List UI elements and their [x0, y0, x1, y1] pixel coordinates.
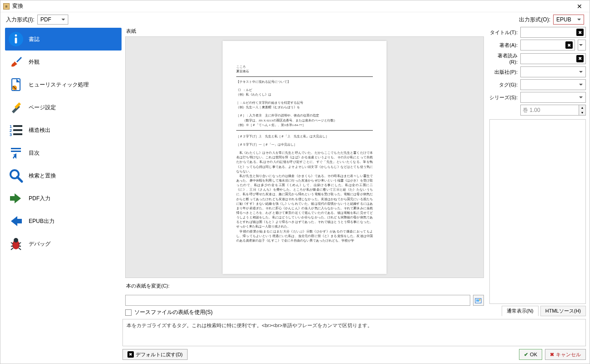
sidebar-item-label: EPUB出力	[29, 217, 55, 225]
close-icon[interactable]: ✕	[572, 2, 587, 11]
page-magic-icon	[8, 76, 24, 93]
svg-rect-12	[11, 151, 21, 152]
sidebar-item-label: ヒューリスティック処理	[29, 81, 89, 89]
input-format-select[interactable]: PDF	[37, 15, 68, 25]
sidebar-item-label: 書誌	[29, 35, 40, 43]
svg-rect-2	[15, 38, 17, 44]
hand-point-icon	[8, 145, 24, 161]
list-numbered-icon: 123	[8, 122, 24, 138]
clear-icon[interactable]: ✖	[576, 55, 584, 62]
brush-icon	[8, 54, 24, 70]
note-header: 【テキスト中に現れる記号について】	[236, 80, 373, 84]
use-source-cover-label: ソースファイルの表紙を使用(S)	[134, 308, 213, 316]
search-icon	[8, 167, 24, 184]
restore-icon: ✖	[127, 351, 134, 358]
svg-rect-17	[476, 299, 479, 302]
author-sort-label: 著者読み(R):	[489, 52, 518, 65]
clear-icon[interactable]: ✖	[565, 41, 573, 49]
cover-label: 表紙	[125, 27, 484, 36]
input-format-value: PDF	[41, 16, 51, 23]
author-field-label: 著者(A):	[489, 42, 518, 49]
input-format-label: 入力形式(I):	[6, 16, 35, 24]
svg-point-18	[479, 299, 481, 301]
app-icon: ≡	[3, 3, 10, 10]
svg-point-15	[14, 238, 18, 243]
hint-text: 本をカテゴライズするタグ。これは検索時に特に便利です。<br><br>単語やフレ…	[122, 319, 586, 346]
book-title: こころ	[236, 65, 373, 69]
sidebar-item-metadata[interactable]: 書誌	[5, 28, 122, 51]
cancel-button[interactable]: ✖ キャンセル	[545, 349, 586, 360]
tools-icon	[8, 99, 24, 116]
sidebar-item-heuristics[interactable]: ヒューリスティック処理	[5, 73, 122, 96]
clear-icon[interactable]: ✖	[576, 29, 584, 36]
sidebar-item-search-replace[interactable]: 検索と置換	[5, 164, 122, 187]
book-author: 夏目漱石	[236, 69, 373, 74]
sidebar-item-debug[interactable]: デバッグ	[5, 233, 122, 255]
change-cover-label: 本の表紙を変更(C):	[125, 282, 484, 291]
sidebar-item-label: デバッグ	[29, 240, 51, 248]
series-index-input[interactable]: 巻 1.00	[520, 105, 579, 116]
check-icon: ✔	[524, 352, 528, 358]
author-sort-input[interactable]: ✖	[520, 53, 586, 64]
sidebar-item-label: 構造検出	[29, 126, 51, 134]
cover-path-input[interactable]	[125, 295, 470, 306]
folder-open-icon	[475, 297, 482, 303]
svg-point-1	[15, 35, 17, 37]
title-input[interactable]: ✖	[520, 27, 586, 38]
sidebar-item-structure[interactable]: 123 構造検出	[5, 119, 122, 142]
window-title: 変換	[12, 2, 23, 10]
browse-cover-button[interactable]	[473, 295, 484, 306]
svg-text:3: 3	[10, 132, 12, 137]
arrow-left-blue-icon	[8, 213, 24, 229]
output-format-label: 出力形式(O):	[519, 16, 550, 24]
restore-defaults-button[interactable]: ✖ デフォルトに戻す(D)	[122, 349, 188, 360]
sidebar-item-look-feel[interactable]: 外観	[5, 51, 122, 73]
sidebar-item-page-setup[interactable]: ページ設定	[5, 96, 122, 119]
cover-page: こころ 夏目漱石 【テキスト中に現れる記号について】 《》：ルビ （例）私《わた…	[223, 41, 387, 274]
tags-input[interactable]	[520, 79, 586, 90]
spin-down-button[interactable]: ▼	[579, 110, 585, 115]
sidebar-item-epub-output[interactable]: EPUB出力	[5, 210, 122, 233]
info-icon	[8, 31, 24, 47]
title-field-label: タイトル(T):	[489, 29, 518, 36]
series-label: シリーズ(S):	[489, 94, 518, 101]
sidebar-item-label: 目次	[29, 149, 40, 157]
titlebar: ≡ 変換 ✕	[0, 0, 590, 12]
sidebar-item-toc[interactable]: 目次	[5, 142, 122, 164]
sidebar-item-pdf-input[interactable]: PDF入力	[5, 187, 122, 210]
tab-html-source[interactable]: HTMLソース(H)	[540, 306, 586, 316]
svg-rect-11	[11, 148, 21, 149]
bug-icon	[8, 236, 24, 252]
sidebar-item-label: 外観	[29, 58, 40, 66]
spin-up-button[interactable]: ▲	[579, 105, 585, 110]
sidebar-item-label: 検索と置換	[29, 172, 56, 180]
tags-label: タグ(G):	[489, 81, 518, 88]
svg-rect-10	[13, 133, 22, 135]
series-input[interactable]	[520, 92, 586, 103]
ok-button[interactable]: ✔ OK	[519, 349, 542, 360]
publisher-label: 出版社(P):	[489, 69, 518, 76]
author-dropdown[interactable]	[578, 40, 586, 51]
svg-rect-8	[13, 125, 22, 127]
cover-preview: こころ 夏目漱石 【テキスト中に現れる記号について】 《》：ルビ （例）私《わた…	[125, 36, 484, 278]
output-format-select[interactable]: EPUB	[553, 15, 584, 25]
tab-normal-view[interactable]: 通常表示(N)	[502, 306, 539, 316]
cancel-icon: ✖	[550, 352, 554, 358]
arrow-right-green-icon	[8, 190, 24, 207]
output-format-value: EPUB	[556, 16, 571, 23]
sidebar-item-label: PDF入力	[29, 195, 51, 202]
comments-editor[interactable]	[489, 119, 586, 304]
publisher-input[interactable]	[520, 66, 586, 77]
use-source-cover-checkbox[interactable]	[125, 309, 132, 316]
author-input[interactable]: ✖	[520, 40, 575, 51]
sidebar-item-label: ページ設定	[29, 104, 56, 111]
sidebar: 書誌 外観 ヒューリスティック処理 ページ設定	[4, 27, 122, 364]
svg-rect-9	[13, 129, 22, 131]
